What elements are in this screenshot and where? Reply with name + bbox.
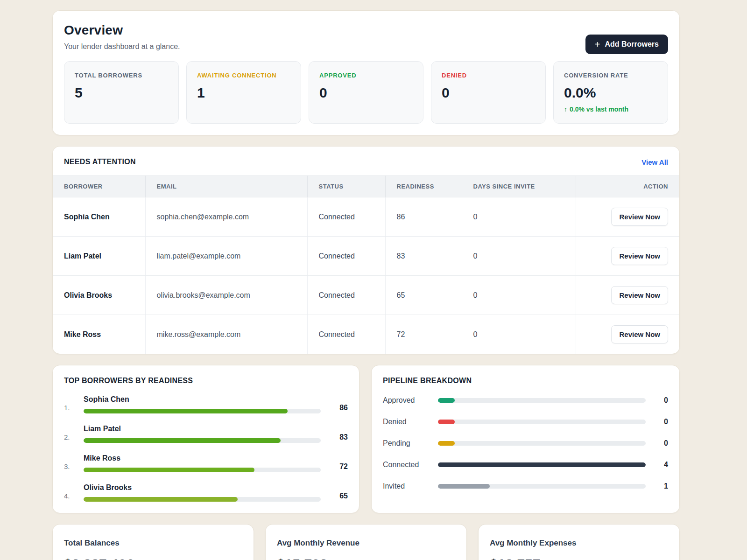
readiness-score: 65 [321,485,348,500]
readiness-bar-track [84,438,321,443]
rank-label: 2. [64,427,84,441]
borrower-days-since-invite: 0 [462,315,576,354]
pipeline-row-denied: Denied 0 [383,418,668,426]
summary-card-label: Avg Monthly Expenses [490,539,668,548]
pipeline-row-connected: Connected 4 [383,461,668,469]
stat-label: CONVERSION RATE [564,72,657,79]
stats-row: TOTAL BORROWERS 5 AWAITING CONNECTION 1 … [64,61,668,124]
page-subtitle: Your lender dashboard at a glance. [64,42,668,51]
stat-label: AWAITING CONNECTION [197,72,290,79]
avg-monthly-revenue-card: Avg Monthly Revenue $15,792 [265,524,467,560]
stat-card-approved: APPROVED 0 [309,61,423,124]
top-borrowers-panel: TOP BORROWERS BY READINESS 1. Sophia Che… [52,365,359,513]
column-header-readiness: READINESS [385,176,462,197]
add-borrowers-button[interactable]: + Add Borrowers [585,35,668,54]
table-header-row: BORROWER EMAIL STATUS READINESS DAYS SIN… [53,176,679,197]
pipeline-value: 0 [646,418,668,426]
stat-card-total-borrowers: TOTAL BORROWERS 5 [64,61,179,124]
pipeline-label: Connected [383,461,438,469]
trend-up-arrow-icon: ↑ [564,105,567,113]
stat-value: 5 [75,85,168,101]
pipeline-breakdown-title: PIPELINE BREAKDOWN [383,377,668,385]
stat-trend: ↑ 0.0% vs last month [564,105,657,113]
pipeline-row-pending: Pending 0 [383,439,668,448]
summary-card-value: $15,792 [277,556,455,560]
stat-value: 0 [442,85,535,101]
stat-card-denied: DENIED 0 [431,61,546,124]
view-all-link[interactable]: View All [641,158,668,166]
needs-attention-table: BORROWER EMAIL STATUS READINESS DAYS SIN… [53,175,679,354]
summary-cards-row: Total Balances $2,887,406 Avg Monthly Re… [52,524,680,560]
readiness-bar-fill [84,468,254,472]
needs-attention-panel: NEEDS ATTENTION View All BORROWER EMAIL … [52,146,680,354]
column-header-days: DAYS SINCE INVITE [462,176,576,197]
page-title: Overview [64,23,668,38]
borrower-name: Sophia Chen [53,197,145,237]
readiness-bar-fill [84,438,281,443]
readiness-bar-fill [84,409,288,413]
dashboard-page: Overview Your lender dashboard at a glan… [52,0,680,560]
needs-attention-header: NEEDS ATTENTION View All [53,147,679,175]
review-now-button[interactable]: Review Now [611,286,668,304]
rank-label: 4. [64,485,84,500]
summary-card-value: $13,757 [490,556,668,560]
pipeline-label: Pending [383,439,438,448]
stat-card-awaiting-connection: AWAITING CONNECTION 1 [186,61,301,124]
borrower-name: Liam Patel [53,237,145,276]
list-item: 2. Liam Patel 83 [64,425,348,443]
avg-monthly-expenses-card: Avg Monthly Expenses $13,757 [478,524,680,560]
pipeline-label: Denied [383,418,438,426]
stat-value: 0.0% [564,85,657,101]
borrower-name: Liam Patel [84,425,321,433]
readiness-bar-track [84,497,321,502]
borrower-days-since-invite: 0 [462,237,576,276]
pipeline-bar-fill [438,462,646,467]
stat-value: 1 [197,85,290,101]
borrower-name: Mike Ross [53,315,145,354]
readiness-bar-track [84,468,321,472]
pipeline-bar-fill [438,398,455,403]
borrower-status: Connected [307,315,385,354]
summary-card-label: Avg Monthly Revenue [277,539,455,548]
readiness-bar-fill [84,497,238,502]
borrower-name: Sophia Chen [84,395,321,404]
borrower-status: Connected [307,276,385,315]
readiness-bar-track [84,409,321,413]
borrower-readiness: 83 [385,237,462,276]
top-borrowers-title: TOP BORROWERS BY READINESS [64,377,348,385]
review-now-button[interactable]: Review Now [611,208,668,226]
stat-card-conversion-rate: CONVERSION RATE 0.0% ↑ 0.0% vs last mont… [553,61,668,124]
borrower-status: Connected [307,237,385,276]
column-header-email: EMAIL [145,176,307,197]
pipeline-row-approved: Approved 0 [383,396,668,405]
list-item: 4. Olivia Brooks 65 [64,483,348,502]
top-borrowers-list: 1. Sophia Chen 86 2. Liam Patel [64,395,348,502]
summary-card-value: $2,887,406 [64,556,242,560]
pipeline-list: Approved 0 Denied 0 Pending [383,396,668,490]
borrower-email: mike.ross@example.com [145,315,307,354]
summary-card-label: Total Balances [64,539,242,548]
pipeline-bar-fill [438,484,490,489]
pipeline-bar-track [438,462,646,467]
pipeline-label: Invited [383,482,438,490]
borrower-name: Olivia Brooks [84,483,321,492]
table-row: Sophia Chen sophia.chen@example.com Conn… [53,197,679,237]
rank-label: 3. [64,456,84,470]
borrower-days-since-invite: 0 [462,276,576,315]
overview-panel: Overview Your lender dashboard at a glan… [52,10,680,135]
pipeline-value: 0 [646,396,668,405]
borrower-readiness: 65 [385,276,462,315]
borrower-email: olivia.brooks@example.com [145,276,307,315]
borrower-name: Mike Ross [84,454,321,462]
pipeline-bar-fill [438,441,455,446]
column-header-borrower: BORROWER [53,176,145,197]
pipeline-value: 1 [646,482,668,490]
pipeline-value: 4 [646,461,668,469]
add-borrowers-label: Add Borrowers [605,40,659,49]
readiness-score: 83 [321,427,348,441]
review-now-button[interactable]: Review Now [611,247,668,265]
pipeline-bar-track [438,441,646,446]
stat-label: APPROVED [319,72,413,79]
readiness-score: 86 [321,397,348,412]
review-now-button[interactable]: Review Now [611,325,668,343]
